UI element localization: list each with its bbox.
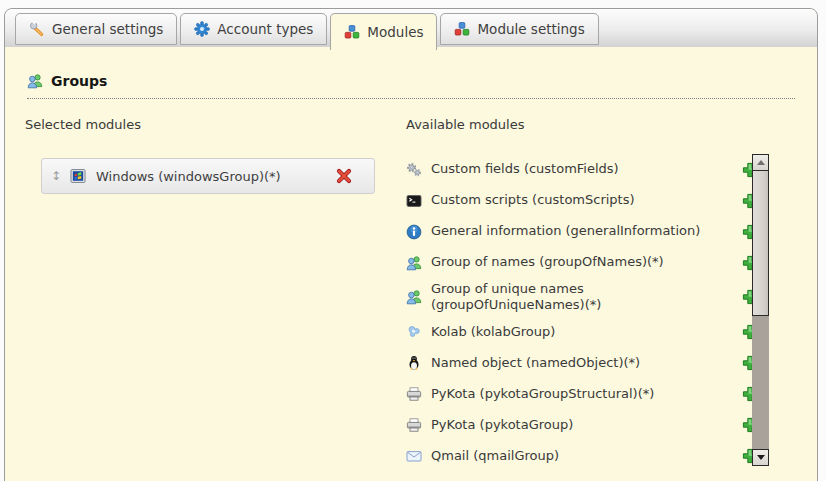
- scrollbar-track[interactable]: [752, 316, 769, 449]
- printer-icon: [406, 386, 422, 402]
- group-icon: [27, 73, 43, 89]
- available-modules-heading: Available modules: [406, 117, 797, 132]
- tab-label: General settings: [52, 21, 163, 37]
- scroll-down-button[interactable]: [752, 449, 769, 466]
- selected-modules-heading: Selected modules: [25, 117, 377, 132]
- modules-settings-page: { "tabs": [ { "label": "General settings…: [0, 0, 826, 481]
- module-label: Custom fields (customFields): [431, 161, 619, 177]
- tab-module-settings[interactable]: Module settings: [440, 13, 598, 45]
- list-item: Group of unique names (groupOfUniqueName…: [406, 278, 758, 317]
- scrollbar-thumb[interactable]: [752, 170, 769, 316]
- tab-modules[interactable]: Modules: [330, 13, 437, 50]
- tab-bar: General settings Account types Modules M…: [5, 9, 817, 47]
- list-item: General information (generalInformation): [406, 216, 758, 247]
- printer-icon: [406, 417, 422, 433]
- gears-icon: [406, 162, 422, 178]
- settings-window: General settings Account types Modules M…: [4, 8, 818, 481]
- tab-label: Account types: [217, 21, 313, 37]
- modules-columns: Selected modules ↕ Windows (windowsGroup…: [25, 117, 797, 472]
- selected-modules-column: Selected modules ↕ Windows (windowsGroup…: [25, 117, 377, 472]
- module-label: Qmail (qmailGroup): [431, 448, 559, 464]
- scroll-up-button[interactable]: [752, 154, 769, 171]
- tab-label: Modules: [367, 24, 423, 40]
- available-modules-column: Available modules Custom fields (customF…: [377, 117, 797, 472]
- list-item: Group of names (groupOfNames)(*): [406, 247, 758, 278]
- section-heading-groups: Groups: [27, 73, 795, 99]
- list-item: Custom scripts (customScripts): [406, 185, 758, 216]
- group-icon: [406, 255, 422, 271]
- terminal-icon: [406, 193, 422, 209]
- list-item: Qmail (qmailGroup): [406, 441, 758, 472]
- wrench-icon: [29, 21, 45, 37]
- kolab-icon: [406, 324, 422, 340]
- list-item: Named object (namedObject)(*): [406, 348, 758, 379]
- module-label: Custom scripts (customScripts): [431, 192, 635, 208]
- module-label: PyKota (pykotaGroup): [431, 417, 573, 433]
- penguin-icon: [406, 355, 422, 371]
- list-item: Kolab (kolabGroup): [406, 317, 758, 348]
- windows-icon: [70, 168, 86, 184]
- selected-module-row[interactable]: ↕ Windows (windowsGroup)(*): [41, 158, 375, 194]
- envelope-icon: [406, 448, 422, 464]
- available-modules-list: Custom fields (customFields) Custom scri…: [406, 154, 758, 472]
- tab-label: Module settings: [477, 21, 584, 37]
- tab-general-settings[interactable]: General settings: [15, 13, 177, 45]
- module-label: Group of names (groupOfNames)(*): [431, 254, 664, 270]
- scroll-down-icon: [757, 455, 765, 460]
- gear-icon: [194, 21, 210, 37]
- modules-cubes-icon: [454, 21, 470, 37]
- modules-cubes-icon: [344, 24, 360, 40]
- list-item: PyKota (pykotaGroupStructural)(*): [406, 379, 758, 410]
- scroll-up-icon: [757, 160, 765, 165]
- info-icon: [406, 224, 422, 240]
- section-title: Groups: [51, 73, 107, 89]
- red-x-icon[interactable]: [336, 168, 352, 184]
- list-item: Custom fields (customFields): [406, 154, 758, 185]
- drag-handle-icon[interactable]: ↕: [50, 169, 62, 183]
- module-label: General information (generalInformation): [431, 223, 700, 239]
- group-icon: [406, 289, 422, 305]
- available-modules-wrap: Custom fields (customFields) Custom scri…: [406, 154, 797, 472]
- module-label: Group of unique names (groupOfUniqueName…: [431, 281, 603, 314]
- list-item: PyKota (pykotaGroup): [406, 410, 758, 441]
- tab-account-types[interactable]: Account types: [180, 13, 327, 45]
- module-label: Named object (namedObject)(*): [431, 355, 640, 371]
- modules-tab-content: Groups Selected modules ↕ Windows (windo…: [5, 73, 817, 472]
- module-label: PyKota (pykotaGroupStructural)(*): [431, 386, 654, 402]
- scrollbar[interactable]: [752, 154, 769, 466]
- module-label: Kolab (kolabGroup): [431, 324, 555, 340]
- selected-module-label: Windows (windowsGroup)(*): [96, 169, 336, 184]
